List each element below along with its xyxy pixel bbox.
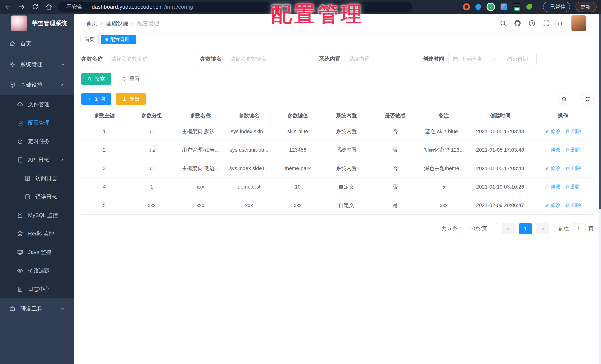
cell-r0-c0: 1 xyxy=(81,122,127,141)
edit-button[interactable]: 修改 xyxy=(545,202,561,209)
column-header-9: 操作 xyxy=(532,109,594,122)
page-size-label: 10条/页 xyxy=(470,225,487,232)
edit-button[interactable]: 修改 xyxy=(545,165,561,172)
profile-paused-pill[interactable]: 已暂停 xyxy=(543,2,570,12)
sidebar-item-2[interactable]: 基础设施 xyxy=(0,75,74,95)
scrollbar[interactable] xyxy=(599,14,601,364)
edit-button[interactable]: 修改 xyxy=(545,128,561,135)
extension-blue-gray-icon[interactable] xyxy=(501,3,507,10)
sidebar-item-7[interactable]: 访问日志 xyxy=(0,169,74,188)
url-divider xyxy=(87,4,87,10)
delete-button[interactable]: 删除 xyxy=(565,202,581,209)
cell-r1-c4: 123456 xyxy=(273,141,322,159)
param-key-input[interactable] xyxy=(226,53,312,65)
extension-green-check-icon[interactable]: ✓ xyxy=(487,3,495,11)
cell-r4-c7: xxx xyxy=(420,196,468,215)
export-button[interactable]: 导出 xyxy=(116,93,146,105)
edit-button[interactable]: 修改 xyxy=(545,146,561,153)
cell-r0-c5: 系统内置 xyxy=(322,122,371,141)
log-icon xyxy=(24,194,31,200)
breadcrumb-item-1[interactable]: 基础设施 xyxy=(106,20,128,27)
cell-r2-c1: ui xyxy=(127,159,176,178)
sidebar-item-0[interactable]: 首页 xyxy=(0,33,74,54)
sidebar-item-8[interactable]: 错误日志 xyxy=(0,188,74,206)
sidebar-item-11[interactable]: Java 监控 xyxy=(0,243,74,262)
reload-icon[interactable] xyxy=(32,3,39,10)
back-icon[interactable] xyxy=(4,3,11,10)
add-button[interactable]: 新增 xyxy=(81,93,111,105)
edit-button-label: 修改 xyxy=(551,165,561,172)
avatar[interactable] xyxy=(571,15,586,31)
github-icon[interactable] xyxy=(514,20,521,27)
sidebar-item-9[interactable]: MySQL 监控 xyxy=(0,206,74,224)
page-size-select[interactable]: 10条/页 xyxy=(462,223,497,234)
column-header-2: 参数名称 xyxy=(176,109,225,122)
extension-on-badge-icon[interactable]: on xyxy=(513,3,521,11)
breadcrumb-item-0[interactable]: 首页 xyxy=(86,20,97,27)
help-icon[interactable] xyxy=(528,20,536,27)
browser-update-button[interactable]: 更新 xyxy=(576,2,597,12)
cell-r0-c2: 主框架页-默认... xyxy=(176,122,225,141)
page-1-button[interactable]: 1 xyxy=(519,223,532,234)
sidebar-item-5[interactable]: 定时任务 xyxy=(0,132,74,151)
edit-button[interactable]: 修改 xyxy=(545,183,561,190)
sidebar-item-13[interactable]: 日志中心 xyxy=(0,280,74,298)
delete-button[interactable]: 删除 xyxy=(565,146,581,153)
delete-button[interactable]: 删除 xyxy=(565,183,581,190)
delete-button-label: 删除 xyxy=(571,202,581,209)
cloud-upload-icon xyxy=(17,101,23,108)
cell-r3-c0: 4 xyxy=(81,178,127,196)
on-badge-label: on xyxy=(514,7,520,11)
param-name-input[interactable] xyxy=(107,53,193,65)
prev-page-button[interactable]: < xyxy=(502,223,515,234)
sidebar-item-6[interactable]: API 日志 xyxy=(0,151,74,169)
forward-icon[interactable] xyxy=(18,3,25,10)
tab-0[interactable]: 首页 xyxy=(80,35,99,44)
search-button[interactable]: 搜索 xyxy=(81,73,111,85)
column-header-3: 参数键名 xyxy=(225,109,273,122)
cell-r0-c6: 否 xyxy=(371,122,420,141)
sidebar-item-10[interactable]: Redis 监控 xyxy=(0,224,74,243)
font-size-icon[interactable]: TT xyxy=(557,20,564,27)
system-builtin-label: 系统内置 xyxy=(319,55,341,63)
mysql-icon xyxy=(17,212,23,219)
actions-cell: 修改删除 xyxy=(532,141,594,159)
app-logo[interactable]: 芋道管理系统 xyxy=(0,14,74,33)
home-icon[interactable] xyxy=(45,3,52,10)
extension-orange-ring-icon[interactable] xyxy=(463,3,470,10)
extension-leaf-icon[interactable] xyxy=(526,4,532,10)
delete-button[interactable]: 删除 xyxy=(565,128,581,135)
cell-r1-c5: 系统内置 xyxy=(322,141,371,159)
sidebar-item-14[interactable]: 研发工具 xyxy=(0,298,74,319)
next-page-button[interactable]: > xyxy=(536,223,549,234)
cell-r1-c2: 用户管理-账号... xyxy=(176,141,225,159)
redis-icon xyxy=(17,231,23,237)
table-row: 5xxxxxxxxxxxx自定义是xxx2021-02-09 20:06:47修… xyxy=(81,196,594,215)
extension-pin-icon[interactable] xyxy=(474,3,482,11)
calendar-icon xyxy=(452,56,458,62)
scrollbar-thumb[interactable] xyxy=(599,14,601,209)
sidebar-item-label: MySQL 监控 xyxy=(28,212,58,219)
sidebar-item-4[interactable]: 配置管理 xyxy=(0,114,74,132)
param-name-label: 参数名称 xyxy=(81,55,103,63)
security-label[interactable]: 不安全 xyxy=(67,3,82,10)
delete-button[interactable]: 删除 xyxy=(565,165,581,172)
eye-icon xyxy=(17,268,23,274)
reset-button[interactable]: 重置 xyxy=(116,73,146,85)
cell-r4-c6: 是 xyxy=(371,196,420,215)
delete-button-label: 删除 xyxy=(571,128,581,135)
search-icon[interactable] xyxy=(500,20,507,27)
refresh-table-button[interactable] xyxy=(581,93,594,105)
fullscreen-icon[interactable] xyxy=(543,20,550,27)
sidebar-item-3[interactable]: 文件管理 xyxy=(0,95,74,114)
sidebar-item-1[interactable]: 系统管理 xyxy=(0,54,74,75)
date-range-picker[interactable]: 开始日期 - 结束日期 xyxy=(448,53,537,65)
toggle-search-button[interactable] xyxy=(558,93,570,105)
filter-field-name: 参数名称 xyxy=(81,53,193,65)
sidebar-item-12[interactable]: 链路追踪 xyxy=(0,262,74,280)
tab-1[interactable]: 配置管理 xyxy=(101,35,136,44)
sidebar-item-label: 访问日志 xyxy=(35,175,57,182)
system-builtin-select[interactable]: 系统内置 xyxy=(345,53,416,65)
goto-page-input[interactable] xyxy=(572,223,585,234)
edit-pencil-icon xyxy=(545,166,549,171)
